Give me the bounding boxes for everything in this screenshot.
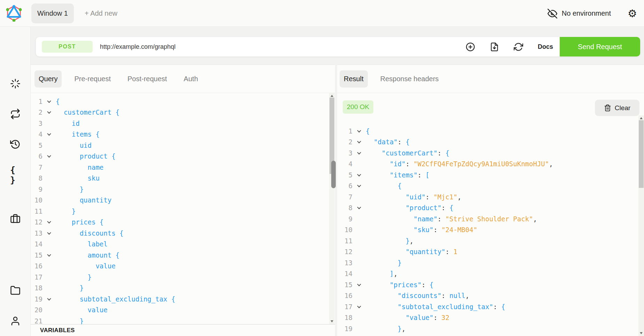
fold-chevron-icon[interactable] xyxy=(42,133,56,136)
code-line[interactable]: 14 ], xyxy=(337,268,638,280)
fold-chevron-icon[interactable] xyxy=(352,305,366,308)
code-line[interactable]: 18 } xyxy=(31,283,329,294)
tab-result[interactable]: Result xyxy=(340,70,368,87)
tab-pre-request[interactable]: Pre-request xyxy=(70,70,115,87)
scrollbar-thumb[interactable] xyxy=(639,120,644,188)
query-editor-scrollbar[interactable] xyxy=(329,93,335,324)
curly-braces-icon[interactable]: { } xyxy=(10,170,21,180)
tab-post-request[interactable]: Post-request xyxy=(123,70,171,87)
reload-docs-button[interactable] xyxy=(514,42,523,52)
scroll-up-arrow-icon[interactable] xyxy=(331,95,333,97)
code-line[interactable]: 13 } xyxy=(337,257,638,268)
loader-icon[interactable] xyxy=(10,78,21,89)
scroll-down-arrow-icon[interactable] xyxy=(331,320,333,322)
variables-section-header[interactable]: VARIABLES xyxy=(31,324,335,336)
editor-overlay-scrollbar-thumb[interactable] xyxy=(331,161,336,188)
scroll-up-arrow-icon[interactable] xyxy=(640,117,643,119)
code-line[interactable]: 21 } xyxy=(31,315,329,324)
code-line[interactable]: 12 prices { xyxy=(31,217,329,228)
code-line[interactable]: 5 uid xyxy=(31,140,329,151)
scroll-down-arrow-icon[interactable] xyxy=(640,332,643,334)
environment-selector[interactable]: No environment xyxy=(548,0,611,27)
repeat-icon[interactable] xyxy=(10,109,21,119)
code-line[interactable]: 8 "product": { xyxy=(337,203,638,214)
code-line[interactable]: 6 product { xyxy=(31,151,329,162)
code-line[interactable]: 20 value xyxy=(31,305,329,316)
code-line[interactable]: 14 label xyxy=(31,239,329,250)
briefcase-icon[interactable] xyxy=(10,213,21,224)
fold-chevron-icon[interactable] xyxy=(352,206,366,209)
line-number: 11 xyxy=(337,237,352,245)
line-number: 10 xyxy=(337,226,352,234)
code-line[interactable]: 17 } xyxy=(31,272,329,283)
code-line[interactable]: 4 "id": "W2CfFQ4FeTpZdQcy9A1miU0SuKnmoHJ… xyxy=(337,159,638,170)
code-line[interactable]: 3 "customerCart": { xyxy=(337,147,638,159)
fold-chevron-icon[interactable] xyxy=(42,100,56,103)
code-line[interactable]: 2 "data": { xyxy=(337,137,638,148)
code-text: { xyxy=(366,182,638,190)
user-icon[interactable] xyxy=(10,316,21,326)
code-line[interactable]: 6 { xyxy=(337,181,638,192)
code-line[interactable]: 13 discounts { xyxy=(31,228,329,239)
code-line[interactable]: 15 "prices": { xyxy=(337,279,638,290)
fold-chevron-icon[interactable] xyxy=(42,111,56,114)
code-line[interactable]: 10 quantity xyxy=(31,195,329,206)
result-viewer-scrollbar[interactable] xyxy=(638,115,644,336)
fold-chevron-icon[interactable] xyxy=(352,140,366,143)
code-line[interactable]: 12 "quantity": 1 xyxy=(337,246,638,258)
fold-chevron-icon[interactable] xyxy=(352,174,366,176)
code-line[interactable]: 16 value xyxy=(31,261,329,272)
fold-chevron-icon[interactable] xyxy=(42,254,56,257)
code-line[interactable]: 11 }, xyxy=(337,235,638,246)
add-new-window-button[interactable]: + Add new xyxy=(85,0,117,27)
window-tab[interactable]: Window 1 xyxy=(31,3,74,23)
docs-button[interactable]: Docs xyxy=(538,43,553,51)
fold-chevron-icon[interactable] xyxy=(42,155,56,158)
query-editor[interactable]: 1{2 customerCart {3 id4 items {5 uid6 pr… xyxy=(31,93,329,324)
code-line[interactable]: 18 "value": 32 xyxy=(337,312,638,323)
code-line[interactable]: 7 "uid": "Mjc1", xyxy=(337,191,638,203)
code-line[interactable]: 4 items { xyxy=(31,129,329,140)
code-line[interactable]: 3 id xyxy=(31,118,329,129)
plus-circle-icon xyxy=(466,42,475,52)
code-line[interactable]: 1{ xyxy=(337,125,638,137)
settings-button[interactable]: ⚙ xyxy=(628,0,637,27)
folder-icon[interactable] xyxy=(10,285,21,296)
line-number: 5 xyxy=(31,142,42,149)
code-line[interactable]: 16 "discounts": null, xyxy=(337,290,638,301)
code-line[interactable]: 7 name xyxy=(31,162,329,173)
code-line[interactable]: 8 sku xyxy=(31,173,329,184)
http-method-selector[interactable]: POST xyxy=(42,41,93,53)
code-line[interactable]: 1{ xyxy=(31,96,329,107)
code-line[interactable]: 9 "name": "Strive Shoulder Pack", xyxy=(337,213,638,224)
code-text: "product": { xyxy=(366,204,638,212)
fold-chevron-icon[interactable] xyxy=(42,221,56,223)
code-text: }, xyxy=(366,325,638,333)
fold-chevron-icon[interactable] xyxy=(42,232,56,235)
fold-chevron-icon[interactable] xyxy=(352,184,366,187)
tab-auth[interactable]: Auth xyxy=(179,70,202,87)
add-to-collection-button[interactable] xyxy=(466,42,475,52)
line-number: 17 xyxy=(31,273,42,281)
send-request-button[interactable]: Send Request xyxy=(560,37,640,56)
fold-chevron-icon[interactable] xyxy=(352,283,366,286)
code-line[interactable]: 19 }, xyxy=(337,323,638,334)
code-line[interactable]: 2 customerCart { xyxy=(31,107,329,118)
code-line[interactable]: 10 "sku": "24-MB04" xyxy=(337,224,638,236)
code-line[interactable]: 5 "items": [ xyxy=(337,169,638,181)
code-line[interactable]: 17 "subtotal_excluding_tax": { xyxy=(337,301,638,312)
tab-query[interactable]: Query xyxy=(34,70,62,87)
fold-chevron-icon[interactable] xyxy=(352,152,366,154)
code-line[interactable]: 11 } xyxy=(31,206,329,217)
fold-chevron-icon[interactable] xyxy=(352,130,366,132)
url-input[interactable] xyxy=(100,37,413,56)
code-line[interactable]: 9 } xyxy=(31,184,329,195)
code-line[interactable]: 19 subtotal_excluding_tax { xyxy=(31,293,329,305)
history-icon[interactable] xyxy=(10,139,21,150)
clear-result-button[interactable]: Clear xyxy=(595,100,639,116)
result-viewer[interactable]: 1{2 "data": {3 "customerCart": {4 "id": … xyxy=(337,124,638,336)
tab-response-headers[interactable]: Response headers xyxy=(376,70,443,87)
code-line[interactable]: 15 amount { xyxy=(31,250,329,261)
export-window-button[interactable] xyxy=(490,42,499,52)
fold-chevron-icon[interactable] xyxy=(42,298,56,300)
